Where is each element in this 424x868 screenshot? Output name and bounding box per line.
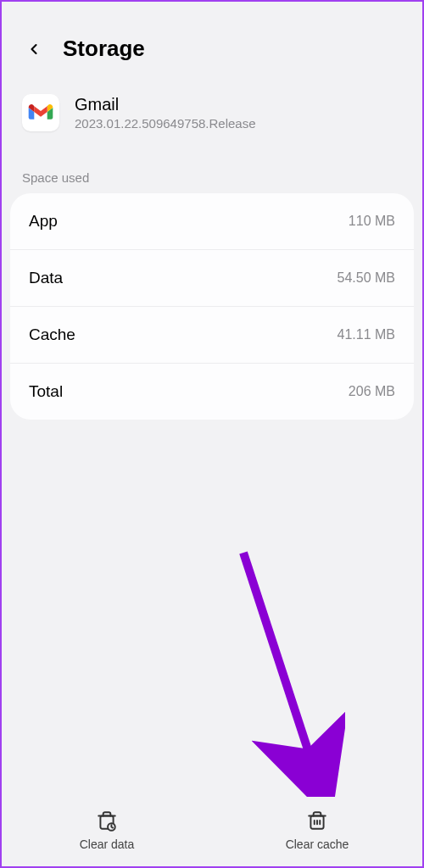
- row-label: Data: [29, 269, 63, 287]
- trash-data-icon: [96, 810, 118, 832]
- app-info: Gmail 2023.01.22.509649758.Release: [2, 79, 422, 155]
- row-value: 206 MB: [349, 384, 395, 399]
- header: Storage: [2, 19, 422, 79]
- row-label: Cache: [29, 326, 75, 344]
- clear-cache-label: Clear cache: [286, 837, 349, 851]
- gmail-icon: [28, 103, 53, 122]
- row-label: Total: [29, 382, 63, 401]
- app-text: Gmail 2023.01.22.509649758.Release: [75, 95, 256, 131]
- clear-data-label: Clear data: [80, 837, 135, 851]
- clear-data-button[interactable]: Clear data: [2, 810, 212, 851]
- storage-row-data: Data 54.50 MB: [10, 250, 414, 307]
- row-value: 110 MB: [349, 214, 395, 229]
- storage-row-cache: Cache 41.11 MB: [10, 307, 414, 364]
- section-label: Space used: [2, 155, 422, 193]
- app-icon: [22, 94, 59, 131]
- app-version: 2023.01.22.509649758.Release: [75, 116, 256, 131]
- chevron-left-icon: [25, 41, 42, 58]
- annotation-arrow: [226, 544, 345, 798]
- storage-row-total: Total 206 MB: [10, 364, 414, 420]
- storage-row-app: App 110 MB: [10, 193, 414, 250]
- svg-line-0: [243, 553, 315, 773]
- row-value: 41.11 MB: [338, 327, 395, 342]
- row-label: App: [29, 212, 58, 231]
- row-value: 54.50 MB: [338, 270, 395, 286]
- bottom-bar: Clear data Clear cache: [2, 797, 422, 866]
- page-title: Storage: [63, 36, 145, 62]
- storage-card: App 110 MB Data 54.50 MB Cache 41.11 MB …: [10, 193, 414, 420]
- trash-cache-icon: [306, 810, 328, 832]
- app-name: Gmail: [75, 95, 256, 114]
- back-button[interactable]: [22, 37, 46, 61]
- clear-cache-button[interactable]: Clear cache: [212, 810, 422, 851]
